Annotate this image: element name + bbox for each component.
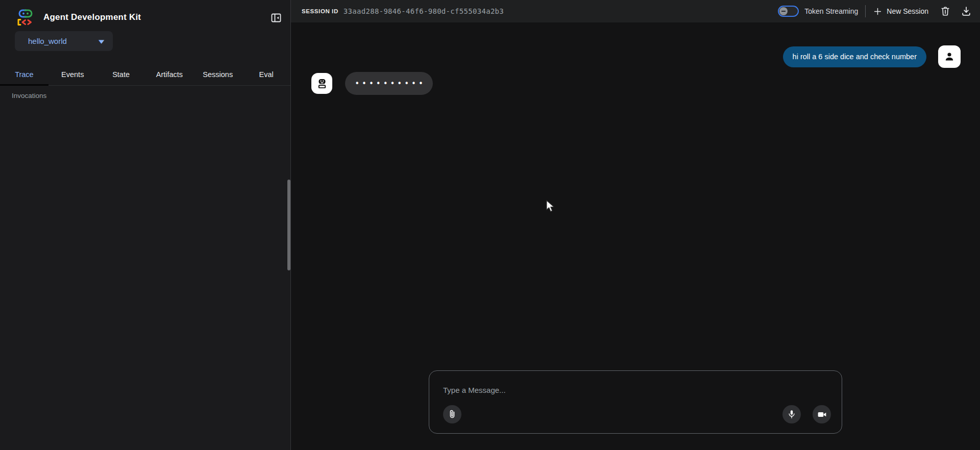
tab-trace[interactable]: Trace bbox=[0, 64, 48, 85]
agent-select-dropdown[interactable]: hello_world ▾ bbox=[15, 31, 113, 51]
header-divider bbox=[865, 5, 866, 17]
session-id-value: 33aad288-9846-46f6-980d-cf555034a2b3 bbox=[344, 7, 504, 15]
trash-icon bbox=[940, 6, 951, 17]
tab-events[interactable]: Events bbox=[48, 64, 97, 85]
delete-session-button[interactable] bbox=[940, 6, 951, 17]
video-button[interactable] bbox=[813, 405, 831, 423]
bot-loading-bubble: •••••••••• bbox=[345, 72, 433, 95]
microphone-button[interactable] bbox=[782, 405, 801, 423]
paperclip-icon bbox=[447, 409, 457, 419]
plus-icon bbox=[873, 7, 883, 16]
tab-state[interactable]: State bbox=[97, 64, 145, 85]
loading-dots-indicator: •••••••••• bbox=[352, 79, 425, 88]
tab-artifacts[interactable]: Artifacts bbox=[145, 64, 194, 85]
videocam-icon bbox=[817, 409, 827, 420]
mouse-cursor bbox=[545, 199, 556, 213]
toggle-thumb-icon bbox=[779, 7, 788, 15]
session-header: SESSION ID 33aad288-9846-46f6-980d-cf555… bbox=[291, 0, 980, 22]
user-avatar bbox=[938, 45, 961, 68]
chevron-down-icon: ▾ bbox=[99, 37, 105, 45]
panel-close-icon bbox=[270, 12, 282, 24]
sidebar: Agent Development Kit hello_world ▾ Trac… bbox=[0, 0, 291, 450]
robot-icon bbox=[315, 77, 329, 90]
person-icon bbox=[943, 51, 955, 63]
bot-message-row: •••••••••• bbox=[311, 72, 433, 95]
invocations-section-label: Invocations bbox=[12, 92, 46, 99]
download-icon bbox=[961, 6, 972, 17]
selected-agent-label: hello_world bbox=[28, 37, 67, 45]
token-streaming-toggle[interactable] bbox=[778, 6, 799, 17]
message-input[interactable] bbox=[443, 383, 828, 396]
adk-logo-icon bbox=[15, 9, 36, 26]
user-message-row: hi roll a 6 side dice and check number bbox=[783, 45, 961, 68]
new-session-label: New Session bbox=[887, 7, 928, 15]
new-session-button[interactable]: New Session bbox=[873, 7, 928, 16]
sidebar-tab-bar: Trace Events State Artifacts Sessions Ev… bbox=[0, 64, 290, 86]
session-id-label: SESSION ID bbox=[302, 8, 338, 14]
message-composer bbox=[429, 370, 842, 434]
attach-file-button[interactable] bbox=[443, 405, 461, 423]
microphone-icon bbox=[787, 409, 797, 419]
tab-sessions[interactable]: Sessions bbox=[193, 64, 242, 85]
collapse-sidebar-button[interactable] bbox=[270, 11, 283, 24]
tab-eval[interactable]: Eval bbox=[242, 64, 290, 85]
main-panel: SESSION ID 33aad288-9846-46f6-980d-cf555… bbox=[291, 0, 980, 450]
app-brand: Agent Development Kit bbox=[15, 9, 141, 26]
token-streaming-label: Token Streaming bbox=[804, 7, 858, 15]
download-session-button[interactable] bbox=[961, 6, 972, 17]
chat-area: hi roll a 6 side dice and check number bbox=[291, 22, 980, 450]
bot-avatar bbox=[311, 73, 332, 94]
app-title: Agent Development Kit bbox=[43, 12, 141, 22]
sidebar-scrollbar[interactable] bbox=[287, 180, 290, 270]
user-message-bubble: hi roll a 6 side dice and check number bbox=[783, 46, 926, 67]
